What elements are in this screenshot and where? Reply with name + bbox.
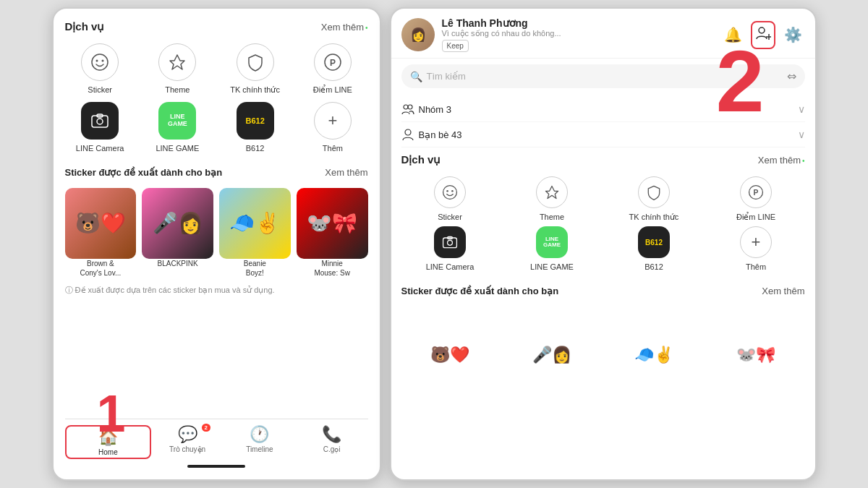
- service-sticker-left[interactable]: Sticker: [65, 43, 135, 95]
- b612-label-left: B612: [246, 143, 265, 153]
- phone-left: Dịch vụ Xem thêm Sticker Theme: [52, 7, 381, 481]
- number-2-label: 2: [716, 38, 765, 124]
- svg-point-14: [443, 186, 457, 200]
- service-theme-left[interactable]: Theme: [142, 43, 213, 95]
- service-camera-left[interactable]: LINE Camera: [65, 102, 135, 153]
- friends-chevron-right: ∨: [798, 129, 805, 140]
- diem-icon-right: P: [740, 176, 772, 208]
- groups-label-right: Nhóm 3: [401, 103, 452, 116]
- sticker-thumb-beanie: 🧢✌️: [219, 188, 291, 260]
- services-grid-left: Sticker Theme TK chính thức: [65, 43, 368, 154]
- service-them-left[interactable]: + Thêm: [297, 102, 367, 153]
- diem-icon-left: P: [314, 43, 352, 81]
- sticker-item-brown[interactable]: 🐻❤️ Brown &Cony's Lov...: [65, 188, 137, 278]
- see-more-left[interactable]: Xem thêm: [321, 22, 368, 33]
- service-game-right[interactable]: LINEGAME LINE GAME: [503, 226, 601, 272]
- call-label: C.gọi: [323, 445, 341, 453]
- service-camera-right[interactable]: LINE Camera: [401, 226, 499, 272]
- game-label-right: LINE GAME: [530, 262, 574, 272]
- sticker-thumb-brown: 🐻❤️: [65, 188, 137, 260]
- services-title-right: Dịch vụ: [401, 153, 441, 166]
- them-label-left: Thêm: [323, 143, 343, 153]
- service-b612-right[interactable]: B612 B612: [605, 226, 703, 272]
- tk-label-right: TK chính thức: [629, 212, 679, 222]
- service-tk-right[interactable]: TK chính thức: [605, 176, 703, 222]
- sticker-item-beanie[interactable]: 🧢✌️ BeanieBoyz!: [219, 188, 291, 278]
- camera-label-left: LINE Camera: [76, 143, 124, 153]
- svg-point-20: [448, 241, 453, 246]
- svg-point-11: [404, 105, 408, 109]
- b612-icon-left: B612: [237, 102, 274, 140]
- theme-icon-right: [536, 176, 568, 208]
- sticker-item-blackpink[interactable]: 🎤👩 BLACKPINK: [142, 188, 213, 278]
- sticker-name-beanie: BeanieBoyz!: [219, 259, 291, 278]
- sticker-minnie-right[interactable]: 🐭🎀: [707, 307, 805, 404]
- sticker-header-left: Sticker được đề xuất dành cho bạn Xem th…: [65, 167, 368, 178]
- sticker-label-left: Sticker: [88, 85, 112, 95]
- svg-point-16: [451, 190, 454, 192]
- sticker-see-more-left[interactable]: Xem thêm: [325, 167, 367, 178]
- them-icon-right: +: [740, 226, 772, 258]
- tk-label-left: TK chính thức: [230, 85, 280, 95]
- game-icon-left: LINEGAME: [158, 102, 196, 140]
- them-label-right: Thêm: [746, 262, 766, 272]
- tk-icon-right: [638, 176, 670, 208]
- profile-status-right: Vì cuộc sống có nhau do không...: [442, 29, 714, 38]
- home-bar-left: [187, 465, 245, 468]
- search-icon-right: 🔍: [410, 71, 422, 82]
- sticker-grid-right: 🐻❤️ 🎤👩 🧢✌️ 🐭🎀: [401, 307, 805, 404]
- sticker-item-minnie[interactable]: 🐭🎀 MinnieMouse: Sw: [297, 188, 368, 278]
- groups-chevron-right: ∨: [798, 103, 805, 115]
- svg-point-13: [405, 129, 411, 135]
- sticker-section-right: Sticker được đề xuất dành cho bạn Xem th…: [391, 286, 815, 479]
- settings-icon-right[interactable]: ⚙️: [781, 23, 805, 46]
- services-header-right: Dịch vụ Xem thêm: [401, 153, 805, 166]
- sticker-blackpink-right[interactable]: 🎤👩: [503, 307, 601, 404]
- service-diem-right[interactable]: P Điểm LINE: [707, 176, 805, 222]
- suggestion-note-left: ⓘ Đề xuất được dựa trên các sticker bạn …: [65, 285, 368, 296]
- service-tk-left[interactable]: TK chính thức: [220, 43, 290, 95]
- sticker-thumb-minnie: 🐭🎀: [297, 188, 368, 260]
- service-game-left[interactable]: LINEGAME LINE GAME: [142, 102, 213, 153]
- svg-text:P: P: [754, 189, 759, 197]
- camera-icon-left: [81, 102, 119, 140]
- service-them-right[interactable]: + Thêm: [707, 226, 805, 272]
- bottom-nav-left: 🏠 Home 2 💬 Trò chuyện 🕐 Timeline 📞 C.gọi: [65, 419, 368, 462]
- svg-point-2: [102, 60, 104, 62]
- sticker-beanie-right[interactable]: 🧢✌️: [605, 307, 703, 404]
- nav-chat[interactable]: 2 💬 Trò chuyện: [151, 425, 224, 459]
- svg-point-12: [408, 105, 412, 109]
- friends-label-right: Bạn bè 43: [401, 128, 462, 141]
- services-grid-right: Sticker Theme TK chính thức: [401, 176, 805, 273]
- sticker-name-blackpink: BLACKPINK: [142, 259, 213, 268]
- nav-home[interactable]: 🏠 Home: [65, 425, 152, 459]
- keep-badge-right[interactable]: Keep: [442, 40, 469, 52]
- sticker-brown-right[interactable]: 🐻❤️: [401, 307, 499, 404]
- sticker-see-more-right[interactable]: Xem thêm: [762, 286, 804, 296]
- svg-point-0: [92, 54, 108, 70]
- call-icon: 📞: [322, 425, 341, 444]
- profile-info-right: Lê Thanh Phương Vì cuộc sống có nhau do …: [442, 17, 714, 52]
- svg-point-1: [96, 60, 98, 62]
- tk-icon-left: [237, 43, 274, 81]
- nav-timeline[interactable]: 🕐 Timeline: [224, 425, 296, 459]
- services-title-left: Dịch vụ: [65, 20, 105, 33]
- service-theme-right[interactable]: Theme: [503, 176, 601, 222]
- theme-label-left: Theme: [165, 85, 190, 95]
- service-b612-left[interactable]: B612 B612: [220, 102, 290, 153]
- b612-icon-right: B612: [638, 226, 670, 258]
- chat-label: Trò chuyện: [169, 445, 205, 453]
- phone-right: 2 👩 Lê Thanh Phương Vì cuộc sống có nhau…: [390, 7, 817, 481]
- game-label-left: LINE GAME: [156, 143, 199, 153]
- sticker-title-left: Sticker được đề xuất dành cho bạn: [65, 167, 223, 178]
- service-sticker-right[interactable]: Sticker: [401, 176, 499, 222]
- timeline-label: Timeline: [246, 445, 273, 453]
- nav-call[interactable]: 📞 C.gọi: [296, 425, 368, 459]
- diem-label-right: Điểm LINE: [736, 212, 775, 222]
- scan-icon-right: ⇔: [787, 69, 796, 83]
- see-more-right[interactable]: Xem thêm: [758, 155, 805, 166]
- home-icon: 🏠: [98, 428, 118, 447]
- sticker-icon-left: [81, 43, 119, 81]
- service-diem-left[interactable]: P Điểm LINE: [297, 43, 367, 95]
- sticker-title-right: Sticker được đề xuất dành cho bạn: [401, 286, 559, 296]
